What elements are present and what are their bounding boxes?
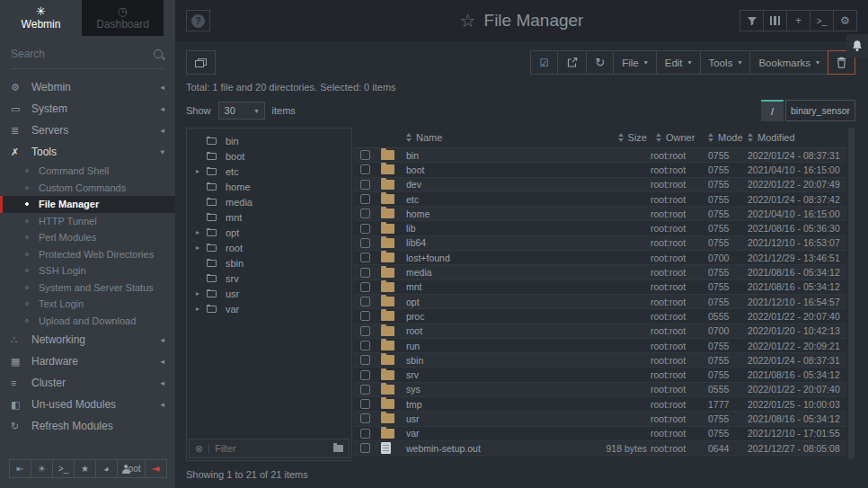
collapse-sidebar-button[interactable]: ⇤ — [9, 459, 31, 478]
table-row[interactable]: mntroot:root07552021/08/16 - 05:34:12 — [354, 280, 846, 295]
tree-item-sbin[interactable]: sbin — [187, 255, 351, 271]
help-button[interactable]: ? — [186, 10, 210, 31]
expand-icon[interactable]: ▸ — [196, 289, 207, 297]
tree-filter-input[interactable]: Filter — [215, 443, 328, 454]
folder-icon[interactable] — [333, 445, 343, 452]
sidebar-item-file-manager[interactable]: File Manager — [0, 196, 175, 213]
row-checkbox[interactable] — [360, 164, 370, 174]
row-checkbox[interactable] — [360, 370, 370, 380]
sidebar-item-text-login[interactable]: Text Login — [0, 296, 175, 313]
tree-item-bin[interactable]: bin — [187, 133, 351, 148]
table-row[interactable]: sysroot:root05552022/01/22 - 20:07:40 — [354, 383, 846, 397]
tree-item-media[interactable]: media — [187, 194, 351, 209]
filter-button[interactable] — [740, 10, 764, 31]
star-outline-icon[interactable]: ☆ — [460, 12, 476, 30]
sidebar-section-refresh-modules[interactable]: ↻Refresh Modules — [0, 415, 175, 437]
expand-icon[interactable]: ▸ — [196, 244, 207, 252]
sidebar-item-protected-web-directories[interactable]: Protected Web Directories — [0, 246, 175, 263]
user-button[interactable]: root — [117, 459, 146, 478]
row-checkbox[interactable] — [360, 341, 370, 350]
table-row[interactable]: binroot:root07552022/01/24 - 08:37:31 — [354, 148, 846, 163]
notifications-button[interactable] — [846, 34, 868, 58]
tab-webmin[interactable]: ✳ Webmin — [0, 0, 82, 36]
sidebar-section-tools[interactable]: ✗Tools▾ — [0, 141, 175, 163]
tree-item-var[interactable]: ▸var — [187, 301, 351, 316]
table-row[interactable]: devroot:root07552022/01/22 - 20:07:49 — [354, 178, 846, 192]
sidebar-item-command-shell[interactable]: Command Shell — [0, 163, 175, 180]
tree-item-srv[interactable]: srv — [187, 271, 351, 286]
table-row[interactable]: varroot:root07552021/12/10 - 17:01:55 — [354, 427, 846, 441]
sidebar-section-cluster[interactable]: ≡Cluster◂ — [0, 372, 175, 394]
row-checkbox[interactable] — [360, 282, 370, 292]
expand-icon[interactable]: ▸ — [196, 305, 207, 313]
table-row[interactable]: libroot:root07552021/08/16 - 05:36:30 — [354, 221, 846, 235]
sidebar-item-custom-commands[interactable]: Custom Commands — [0, 180, 175, 197]
row-checkbox[interactable] — [360, 150, 370, 160]
table-row[interactable]: webmin-setup.out918 bytesroot:root064420… — [354, 441, 846, 456]
expand-icon[interactable]: ▸ — [196, 228, 207, 236]
table-row[interactable]: tmproot:root17772022/01/25 - 10:00:03 — [354, 397, 846, 412]
row-checkbox[interactable] — [360, 311, 370, 321]
bookmarks-menu-button[interactable]: Bookmarks ▾ — [749, 50, 828, 75]
theme-toggle-button[interactable]: ☀ — [31, 459, 53, 478]
table-row[interactable]: sbinroot:root07552022/01/24 - 08:37:31 — [354, 353, 846, 368]
row-checkbox[interactable] — [360, 326, 370, 336]
table-row[interactable]: bootroot:root07552021/04/10 - 16:15:00 — [354, 163, 846, 177]
column-header-modified[interactable]: Modified — [748, 132, 846, 143]
stats-button[interactable]: ◕ — [95, 459, 118, 478]
breadcrumb-root-button[interactable]: / — [761, 100, 784, 121]
row-checkbox[interactable] — [360, 399, 370, 409]
column-header-mode[interactable]: Mode — [708, 132, 748, 143]
tree-item-home[interactable]: home — [187, 179, 351, 194]
copy-path-button[interactable] — [186, 50, 216, 75]
table-row[interactable]: optroot:root07552021/12/10 - 16:54:57 — [354, 295, 846, 309]
tree-item-etc[interactable]: ▸etc — [187, 164, 351, 179]
sidebar-item-http-tunnel[interactable]: HTTP Tunnel — [0, 213, 175, 230]
sidebar-item-perl-modules[interactable]: Perl Modules — [0, 229, 175, 246]
items-per-page-select[interactable]: 30 ▾ — [218, 102, 265, 120]
sidebar-item-system-and-server-status[interactable]: System and Server Status — [0, 279, 175, 297]
path-input[interactable]: binary_sensor — [785, 100, 855, 121]
row-checkbox[interactable] — [360, 253, 370, 262]
table-row[interactable]: procroot:root05552022/01/22 - 20:07:40 — [354, 309, 846, 324]
row-checkbox[interactable] — [360, 297, 370, 306]
terminal-button[interactable]: >_ — [52, 459, 75, 478]
sidebar-section-hardware[interactable]: ▦Hardware◂ — [0, 350, 175, 372]
row-checkbox[interactable] — [360, 209, 370, 218]
table-row[interactable]: rootroot:root07002022/01/20 - 10:42:13 — [354, 324, 846, 339]
table-row[interactable]: lib64root:root07552021/12/10 - 16:53:07 — [354, 236, 846, 251]
tree-item-root[interactable]: ▸root — [187, 240, 351, 255]
row-checkbox[interactable] — [360, 224, 370, 234]
table-row[interactable]: mediaroot:root07552021/08/16 - 05:34:12 — [354, 265, 846, 279]
share-button[interactable] — [557, 50, 587, 75]
favorites-button[interactable]: ★ — [74, 459, 96, 478]
row-checkbox[interactable] — [360, 355, 370, 365]
table-row[interactable]: runroot:root07552022/01/22 - 20:09:21 — [354, 339, 846, 353]
sidebar-section-networking[interactable]: ∴Networking◂ — [0, 329, 175, 350]
settings-button[interactable]: ⚙ — [833, 10, 857, 31]
tab-dashboard[interactable]: ◷ Dashboard — [82, 0, 164, 36]
row-checkbox[interactable] — [360, 180, 370, 190]
tree-item-mnt[interactable]: mnt — [187, 209, 351, 225]
clear-filter-icon[interactable]: ⊗ — [195, 444, 203, 454]
tree-item-usr[interactable]: ▸usr — [187, 286, 351, 301]
row-checkbox[interactable] — [360, 413, 370, 423]
row-checkbox[interactable] — [360, 238, 370, 248]
table-row[interactable]: usrroot:root07552021/08/16 - 05:34:12 — [354, 412, 846, 426]
table-row[interactable]: srvroot:root07552021/08/16 - 05:34:12 — [354, 368, 846, 382]
select-all-button[interactable]: ☑ — [530, 50, 558, 75]
sidebar-section-system[interactable]: ▭System◂ — [0, 98, 175, 120]
header-terminal-button[interactable]: >_ — [810, 10, 834, 31]
add-button[interactable]: + — [786, 10, 810, 31]
table-row[interactable]: etcroot:root07552022/01/24 - 08:37:42 — [354, 192, 846, 207]
column-header-name[interactable]: Name — [406, 132, 579, 143]
table-row[interactable]: homeroot:root07552021/04/10 - 16:15:00 — [354, 207, 846, 221]
column-header-owner[interactable]: Owner — [651, 132, 708, 143]
file-menu-button[interactable]: File ▾ — [613, 50, 657, 75]
table-scrollbar[interactable] — [848, 128, 855, 458]
row-checkbox[interactable] — [360, 429, 370, 439]
table-row[interactable]: lost+foundroot:root07002021/12/29 - 13:4… — [354, 251, 846, 265]
sidebar-section-servers[interactable]: ≣Servers◂ — [0, 120, 175, 141]
row-checkbox[interactable] — [360, 194, 370, 204]
column-header-size[interactable]: Size — [579, 132, 651, 143]
